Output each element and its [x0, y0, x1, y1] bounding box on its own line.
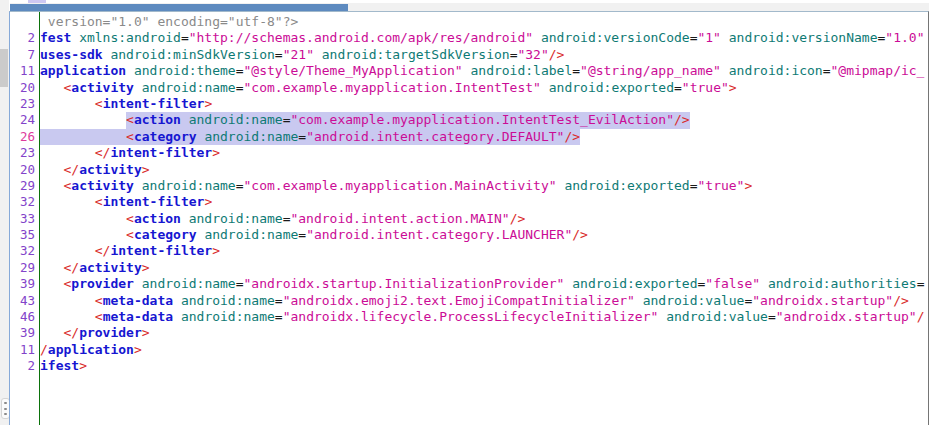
token-txt: [40, 276, 63, 291]
token-txt: [71, 30, 79, 45]
code-line[interactable]: <activity android:name="com.example.myap…: [40, 80, 928, 96]
code-line[interactable]: <meta-data android:name="androidx.lifecy…: [40, 309, 928, 325]
code-line[interactable]: /application>: [40, 342, 928, 358]
code-line[interactable]: <intent-filter>: [40, 194, 928, 210]
line-number: 43: [10, 293, 39, 309]
token-val: "http://schemas.android.com/apk/res/andr…: [189, 30, 533, 45]
splitter-drag-handle[interactable]: [0, 49, 8, 87]
token-delim: <: [126, 211, 134, 226]
token-attr: android:authorities: [768, 276, 917, 291]
code-line[interactable]: </intent-filter>: [40, 145, 928, 161]
token-attr: android:name: [204, 227, 298, 242]
code-line[interactable]: fest xmlns:android="http://schemas.andro…: [40, 30, 928, 46]
token-delim: />: [674, 112, 690, 127]
token-tag: provider: [79, 325, 142, 340]
token-txt: [40, 96, 95, 111]
code-line[interactable]: <action android:name="android.intent.act…: [40, 211, 928, 227]
token-eq: =: [768, 309, 776, 324]
line-number: 35: [10, 227, 39, 243]
token-val: "@mipmap/ic_: [831, 63, 925, 78]
token-delim: >: [142, 162, 150, 177]
code-line[interactable]: </provider>: [40, 325, 928, 341]
token-pi: version="1.0" encoding="utf-8"?>: [40, 14, 298, 29]
token-val: "androidx.startup.InitializationProvider…: [244, 276, 565, 291]
line-number-active: 26: [10, 129, 39, 145]
token-txt: [658, 309, 666, 324]
horizontal-scrollbar[interactable]: [10, 3, 929, 11]
token-attr: android:icon: [729, 63, 823, 78]
line-number-gutter: 271120232426232029323335322939434639112: [10, 12, 40, 425]
token-delim: <: [95, 293, 103, 308]
token-val: "androidx.startup": [752, 293, 893, 308]
code-line[interactable]: <category android:name="android.intent.c…: [40, 129, 928, 145]
token-delim: <: [95, 96, 103, 111]
token-tag: application: [40, 63, 126, 78]
line-number: 11: [10, 63, 39, 79]
token-eq: =: [236, 276, 244, 291]
code-line[interactable]: <meta-data android:name="androidx.emoji2…: [40, 293, 928, 309]
code-line[interactable]: uses-sdk android:minSdkVersion="21" andr…: [40, 47, 928, 63]
token-txt: [40, 194, 95, 209]
token-delim: </: [63, 260, 79, 275]
token-attr: xmlns:android: [79, 30, 181, 45]
token-delim: >: [134, 342, 142, 357]
token-eq: =: [298, 129, 306, 144]
code-line[interactable]: ifest>: [40, 358, 928, 374]
token-delim: /: [917, 309, 925, 324]
token-delim: >: [744, 178, 752, 193]
line-number: 29: [10, 260, 39, 276]
code-line[interactable]: application android:theme="@style/Theme_…: [40, 63, 928, 79]
code-line[interactable]: version="1.0" encoding="utf-8"?>: [40, 14, 928, 30]
token-delim: </: [95, 243, 111, 258]
token-txt: [40, 162, 63, 177]
token-txt: [40, 178, 63, 193]
token-txt: [173, 293, 181, 308]
code-line[interactable]: </activity>: [40, 260, 928, 276]
code-line[interactable]: </activity>: [40, 162, 928, 178]
line-number: 23: [10, 145, 39, 161]
code-line[interactable]: <category android:name="android.intent.c…: [40, 227, 928, 243]
token-val: "1": [697, 30, 720, 45]
token-tag: activity: [79, 162, 142, 177]
left-splitter[interactable]: [0, 0, 9, 425]
token-attr: android:exported: [572, 276, 697, 291]
token-txt: [533, 30, 541, 45]
token-txt: [721, 30, 729, 45]
token-attr: android:name: [142, 80, 236, 95]
line-number: 32: [10, 194, 39, 210]
code-line[interactable]: <provider android:name="androidx.startup…: [40, 276, 928, 292]
token-eq: =: [917, 276, 925, 291]
line-number: 29: [10, 178, 39, 194]
token-delim: </: [63, 325, 79, 340]
token-tag: provider: [71, 276, 134, 291]
code-area[interactable]: version="1.0" encoding="utf-8"?>fest xml…: [40, 12, 928, 425]
token-eq: =: [298, 227, 306, 242]
token-attr: android:targetSdkVersion: [322, 47, 510, 62]
token-attr: android:name: [189, 211, 283, 226]
token-delim: >: [142, 260, 150, 275]
xml-editor[interactable]: 271120232426232029323335322939434639112 …: [9, 11, 929, 425]
token-eq: =: [236, 80, 244, 95]
token-attr: android:name: [189, 112, 283, 127]
code-line[interactable]: <intent-filter>: [40, 96, 928, 112]
token-attr: android:exported: [549, 80, 674, 95]
token-eq: =: [572, 63, 580, 78]
token-delim: />: [510, 211, 526, 226]
token-delim: />: [564, 129, 580, 144]
token-delim: >: [204, 96, 212, 111]
token-val: "android.intent.action.MAIN": [290, 211, 509, 226]
token-delim: >: [729, 80, 737, 95]
token-txt: [40, 80, 63, 95]
code-line[interactable]: <action android:name="com.example.myappl…: [40, 112, 928, 128]
token-delim: >: [79, 358, 87, 373]
code-line[interactable]: <activity android:name="com.example.myap…: [40, 178, 928, 194]
token-delim: <: [95, 194, 103, 209]
token-attr: android:name: [204, 129, 298, 144]
code-line[interactable]: </intent-filter>: [40, 243, 928, 259]
token-txt: [40, 112, 126, 127]
code-viewer-window: 271120232426232029323335322939434639112 …: [0, 0, 941, 425]
token-delim: /: [40, 342, 48, 357]
token-attr: android:theme: [134, 63, 236, 78]
token-tag: activity: [79, 260, 142, 275]
token-val: "@string/app_name": [580, 63, 721, 78]
